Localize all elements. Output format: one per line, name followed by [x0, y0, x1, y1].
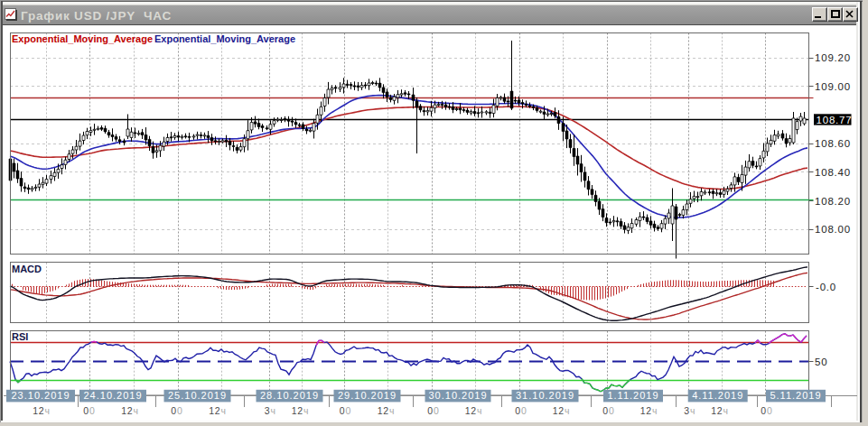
svg-text:ч: ч	[565, 405, 569, 416]
svg-text:28.10.2019: 28.10.2019	[260, 390, 319, 401]
svg-text:ч: ч	[723, 405, 728, 416]
svg-text:25.10.2019: 25.10.2019	[168, 390, 227, 401]
svg-text:ч: ч	[134, 405, 138, 416]
svg-text:23.10.2019: 23.10.2019	[11, 390, 70, 401]
svg-text:30.10.2019: 30.10.2019	[428, 390, 487, 401]
svg-text:Exponential_Moving_Average: Exponential_Moving_Average	[154, 33, 295, 44]
svg-text:12: 12	[292, 405, 303, 416]
svg-text:ч: ч	[389, 405, 394, 416]
svg-text:4.11.2019: 4.11.2019	[692, 390, 743, 401]
svg-text:50: 50	[815, 357, 827, 367]
svg-text:MACD: MACD	[12, 264, 42, 274]
svg-text:3: 3	[265, 405, 270, 416]
svg-text:0: 0	[434, 405, 439, 416]
svg-text:12: 12	[121, 405, 133, 416]
svg-text:0: 0	[346, 405, 351, 416]
svg-text:12: 12	[378, 405, 389, 416]
svg-text:0: 0	[171, 405, 176, 416]
svg-text:108.20: 108.20	[815, 196, 851, 207]
svg-text:108.40: 108.40	[815, 167, 851, 178]
svg-text:12: 12	[465, 405, 477, 416]
svg-text:0: 0	[177, 405, 182, 416]
svg-text:108.77: 108.77	[817, 115, 853, 125]
svg-text:108.60: 108.60	[815, 138, 851, 149]
svg-text:12: 12	[711, 405, 723, 416]
svg-text:Exponential_Moving_Average: Exponential_Moving_Average	[12, 33, 153, 44]
svg-text:RSI: RSI	[12, 331, 28, 342]
svg-text:0: 0	[89, 405, 95, 416]
svg-text:109.00: 109.00	[815, 81, 851, 92]
svg-text:-0.0: -0.0	[816, 282, 836, 292]
svg-text:ч: ч	[271, 405, 275, 416]
svg-text:0: 0	[767, 405, 772, 416]
svg-text:ч: ч	[303, 405, 308, 416]
svg-text:0: 0	[761, 405, 766, 416]
svg-text:12: 12	[33, 405, 44, 416]
svg-text:29.10.2019: 29.10.2019	[338, 390, 397, 401]
svg-text:0: 0	[340, 405, 345, 416]
svg-text:0: 0	[602, 405, 608, 416]
svg-text:ч: ч	[221, 405, 226, 416]
svg-text:ч: ч	[45, 405, 50, 416]
svg-text:0: 0	[427, 405, 433, 416]
svg-text:109.20: 109.20	[815, 52, 851, 63]
svg-text:ч: ч	[652, 405, 657, 416]
svg-text:108.00: 108.00	[815, 224, 851, 235]
svg-text:ч: ч	[690, 405, 695, 416]
svg-text:1.11.2019: 1.11.2019	[607, 390, 658, 401]
svg-text:12: 12	[209, 405, 220, 416]
svg-text:0: 0	[83, 405, 89, 416]
svg-text:ч: ч	[477, 405, 481, 416]
svg-text:12: 12	[640, 405, 652, 416]
svg-text:5.11.2019: 5.11.2019	[770, 390, 821, 401]
svg-text:0: 0	[521, 405, 527, 416]
svg-text:31.10.2019: 31.10.2019	[516, 390, 574, 401]
svg-text:12: 12	[553, 405, 565, 416]
svg-text:0: 0	[515, 405, 520, 416]
svg-text:0: 0	[609, 405, 614, 416]
svg-text:24.10.2019: 24.10.2019	[83, 390, 142, 401]
svg-text:3: 3	[684, 405, 689, 416]
